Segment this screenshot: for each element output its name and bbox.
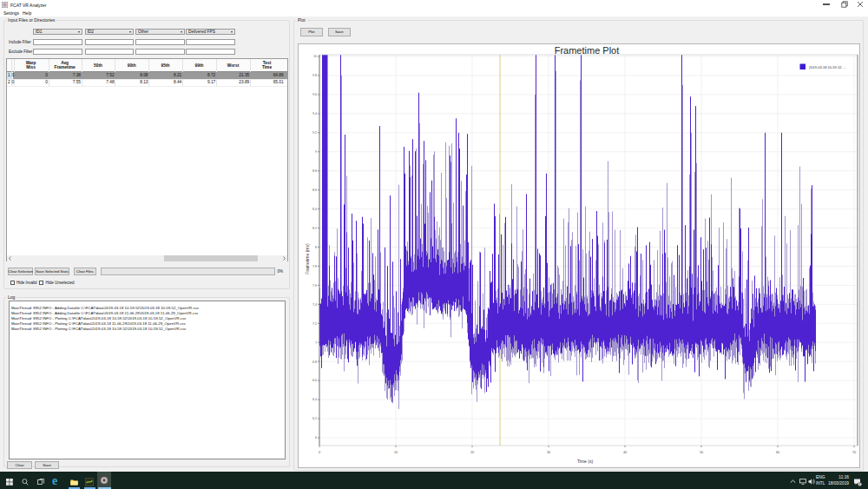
svg-text:8: 8 — [315, 246, 317, 249]
svg-text:8.2: 8.2 — [312, 227, 317, 230]
svg-text:10: 10 — [313, 55, 317, 58]
svg-text:6.8: 6.8 — [312, 360, 317, 364]
svg-text:7.2: 7.2 — [312, 322, 317, 326]
svg-text:2019-03-18 10-59-52 - -: 2019-03-18 10-59-52 - - — [809, 65, 846, 69]
svg-text:10: 10 — [394, 451, 398, 454]
svg-text:8.4: 8.4 — [312, 208, 317, 211]
svg-text:9.4: 9.4 — [312, 112, 317, 116]
svg-text:9.8: 9.8 — [312, 74, 317, 77]
svg-text:30: 30 — [547, 451, 550, 454]
svg-text:8.6: 8.6 — [312, 188, 317, 192]
svg-text:70: 70 — [852, 451, 856, 454]
svg-text:6.4: 6.4 — [312, 398, 317, 401]
svg-text:60: 60 — [776, 451, 779, 454]
svg-text:1: 1 — [859, 483, 861, 486]
svg-text:6.2: 6.2 — [312, 417, 317, 420]
svg-text:9.6: 9.6 — [312, 93, 317, 96]
svg-text:40: 40 — [623, 451, 627, 454]
svg-text:Frametime (ms): Frametime (ms) — [305, 243, 310, 274]
svg-text:Frametime Plot: Frametime Plot — [555, 45, 620, 56]
svg-text:6.6: 6.6 — [312, 379, 317, 382]
svg-text:7: 7 — [315, 341, 317, 345]
svg-text:Time (s): Time (s) — [577, 459, 593, 464]
svg-text:8.8: 8.8 — [312, 169, 317, 173]
svg-text:7.4: 7.4 — [312, 303, 317, 307]
svg-text:7.6: 7.6 — [312, 284, 317, 287]
svg-text:9.2: 9.2 — [312, 131, 317, 135]
svg-text:0: 0 — [319, 451, 320, 454]
svg-text:7.8: 7.8 — [312, 265, 317, 268]
svg-text:6: 6 — [315, 436, 317, 439]
svg-text:50: 50 — [700, 451, 703, 454]
svg-text:20: 20 — [470, 451, 474, 454]
svg-text:9: 9 — [315, 150, 317, 154]
